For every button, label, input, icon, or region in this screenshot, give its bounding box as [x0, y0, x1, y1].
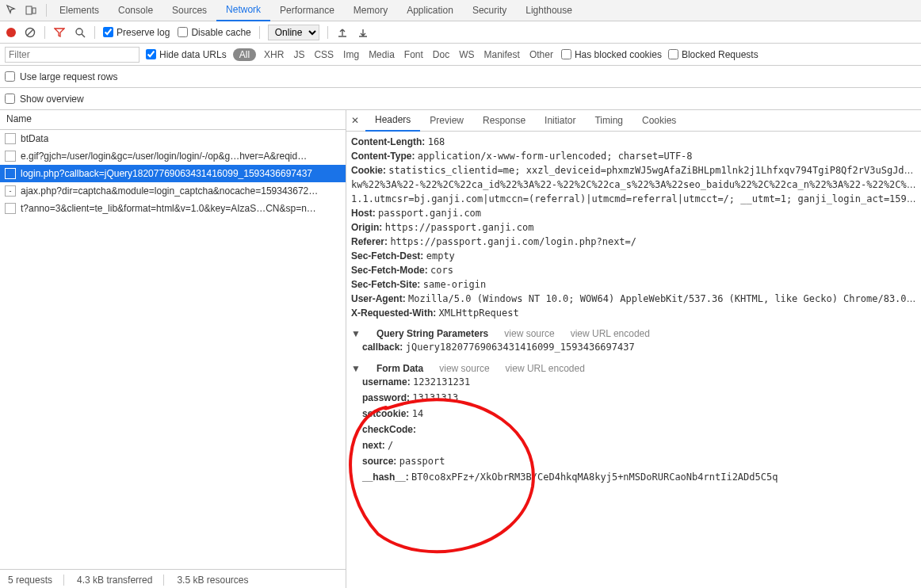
tab-network[interactable]: Network — [216, 0, 270, 21]
header-line: User-Agent: Mozilla/5.0 (Windows NT 10.0… — [351, 292, 916, 306]
detail-tab-initiator[interactable]: Initiator — [535, 110, 585, 132]
form-data-title: Form Data — [376, 363, 423, 374]
form-data-param: next: / — [351, 437, 916, 453]
request-row[interactable]: e.gif?gjch=/user/login&gc=/user/login/lo… — [0, 147, 346, 165]
has-blocked-label: Has blocked cookies — [575, 49, 662, 60]
collapse-icon[interactable]: ▼ — [351, 363, 361, 374]
tab-performance[interactable]: Performance — [270, 0, 344, 21]
tab-security[interactable]: Security — [463, 0, 516, 21]
inspect-icon[interactable] — [5, 3, 19, 17]
status-bar: 5 requests 4.3 kB transferred 3.5 kB res… — [0, 569, 346, 588]
header-line: Sec-Fetch-Site: same-origin — [351, 277, 916, 292]
record-icon[interactable] — [6, 28, 16, 37]
filter-type-css[interactable]: CSS — [312, 49, 335, 60]
filter-type-xhr[interactable]: XHR — [262, 49, 285, 60]
status-requests: 5 requests — [8, 575, 64, 586]
detail-content: Content-Length: 168Content-Type: applica… — [346, 132, 921, 588]
clear-icon[interactable] — [24, 26, 36, 39]
query-string-title: Query String Parameters — [376, 328, 488, 339]
name-column-header[interactable]: Name — [0, 110, 346, 130]
header-line: Content-Length: 168 — [351, 135, 916, 149]
blocked-requests-label: Blocked Requests — [682, 49, 759, 60]
request-name: t?anno=3&client=te_lib&format=html&v=1.0… — [21, 203, 316, 214]
tab-sources[interactable]: Sources — [162, 0, 216, 21]
form-data-param: password: 13131313 — [351, 390, 916, 406]
header-line: Sec-Fetch-Dest: empty — [351, 249, 916, 263]
file-icon: - — [5, 185, 16, 197]
filter-icon[interactable] — [53, 26, 66, 39]
tab-application[interactable]: Application — [397, 0, 463, 21]
request-name: ajax.php?dir=captcha&module=login_captch… — [21, 185, 318, 197]
request-list-panel: Name btDatae.gif?gjch=/user/login&gc=/us… — [0, 110, 346, 588]
request-list: btDatae.gif?gjch=/user/login&gc=/user/lo… — [0, 130, 346, 569]
filter-type-img[interactable]: Img — [342, 49, 361, 60]
filter-input[interactable] — [5, 47, 139, 63]
large-request-rows-checkbox[interactable]: Use large request rows — [5, 71, 117, 82]
header-line: kw%22%3A%22-%22%2C%22ca_id%22%3A%22-%22%… — [351, 178, 916, 192]
view-url-encoded-link[interactable]: view URL encoded — [506, 363, 585, 374]
preserve-log-checkbox[interactable]: Preserve log — [103, 27, 170, 38]
show-overview-row: Show overview — [0, 88, 921, 110]
header-line: Host: passport.ganji.com — [351, 206, 916, 220]
file-icon — [5, 168, 16, 179]
header-line: Origin: https://passport.ganji.com — [351, 220, 916, 235]
tab-memory[interactable]: Memory — [344, 0, 397, 21]
request-row[interactable]: btData — [0, 130, 346, 147]
throttling-select[interactable]: Online — [268, 25, 319, 40]
view-source-link[interactable]: view source — [439, 363, 489, 374]
request-row[interactable]: t?anno=3&client=te_lib&format=html&v=1.0… — [0, 200, 346, 217]
file-icon — [5, 151, 16, 162]
collapse-icon[interactable]: ▼ — [351, 328, 361, 339]
filter-type-ws[interactable]: WS — [457, 49, 476, 60]
filter-type-doc[interactable]: Doc — [431, 49, 451, 60]
hide-data-urls-label: Hide data URLs — [159, 49, 227, 60]
query-string-param: callback: jQuery18207769063431416099_159… — [351, 339, 916, 355]
large-request-rows-row: Use large request rows — [0, 66, 921, 88]
form-data-param: source: passport — [351, 453, 916, 469]
search-icon[interactable] — [74, 26, 86, 39]
view-url-encoded-link[interactable]: view URL encoded — [571, 328, 650, 339]
view-source-link[interactable]: view source — [504, 328, 554, 339]
form-data-section-header[interactable]: ▼Form Dataview sourceview URL encoded — [351, 363, 916, 374]
svg-rect-0 — [26, 6, 32, 14]
detail-tab-response[interactable]: Response — [473, 110, 535, 132]
detail-tab-headers[interactable]: Headers — [365, 110, 420, 132]
request-name: btData — [21, 133, 48, 144]
show-overview-checkbox[interactable]: Show overview — [5, 94, 84, 105]
filter-type-all[interactable]: All — [233, 48, 256, 61]
svg-line-3 — [27, 29, 33, 36]
filter-bar: Hide data URLs All XHR JS CSS Img Media … — [0, 44, 921, 66]
detail-tab-preview[interactable]: Preview — [420, 110, 473, 132]
file-icon — [5, 133, 16, 144]
filter-type-js[interactable]: JS — [292, 49, 306, 60]
filter-type-other[interactable]: Other — [528, 49, 555, 60]
has-blocked-cookies-checkbox[interactable]: Has blocked cookies — [561, 49, 662, 60]
filter-type-manifest[interactable]: Manifest — [483, 49, 522, 60]
detail-tab-cookies[interactable]: Cookies — [632, 110, 686, 132]
filter-type-font[interactable]: Font — [403, 49, 425, 60]
form-data-param: checkCode: — [351, 422, 916, 437]
disable-cache-checkbox[interactable]: Disable cache — [178, 27, 250, 38]
download-har-icon[interactable] — [357, 26, 369, 39]
request-row[interactable]: login.php?callback=jQuery182077690634314… — [0, 165, 346, 182]
blocked-requests-checkbox[interactable]: Blocked Requests — [668, 49, 759, 60]
hide-data-urls-checkbox[interactable]: Hide data URLs — [146, 49, 227, 60]
disable-cache-label: Disable cache — [191, 27, 250, 38]
query-string-section-header[interactable]: ▼Query String Parametersview sourceview … — [351, 328, 916, 339]
upload-har-icon[interactable] — [336, 26, 349, 39]
request-row[interactable]: -ajax.php?dir=captcha&module=login_captc… — [0, 182, 346, 200]
detail-tab-timing[interactable]: Timing — [585, 110, 632, 132]
tab-lighthouse[interactable]: Lighthouse — [516, 0, 582, 21]
filter-type-media[interactable]: Media — [367, 49, 396, 60]
request-name: login.php?callback=jQuery182077690634314… — [21, 168, 312, 179]
header-line: Content-Type: application/x-www-form-url… — [351, 149, 916, 163]
svg-rect-1 — [32, 8, 36, 13]
network-toolbar: Preserve log Disable cache Online — [0, 21, 921, 44]
close-detail-icon[interactable]: ✕ — [351, 115, 365, 126]
tab-elements[interactable]: Elements — [50, 0, 109, 21]
status-resources: 3.5 kB resources — [177, 575, 259, 586]
large-rows-label: Use large request rows — [20, 71, 117, 82]
tab-console[interactable]: Console — [109, 0, 162, 21]
form-data-param: __hash__: BT0co8xPFz+/XkObrRM3B/CeD4hkqM… — [351, 469, 916, 485]
device-toggle-icon[interactable] — [24, 3, 38, 17]
